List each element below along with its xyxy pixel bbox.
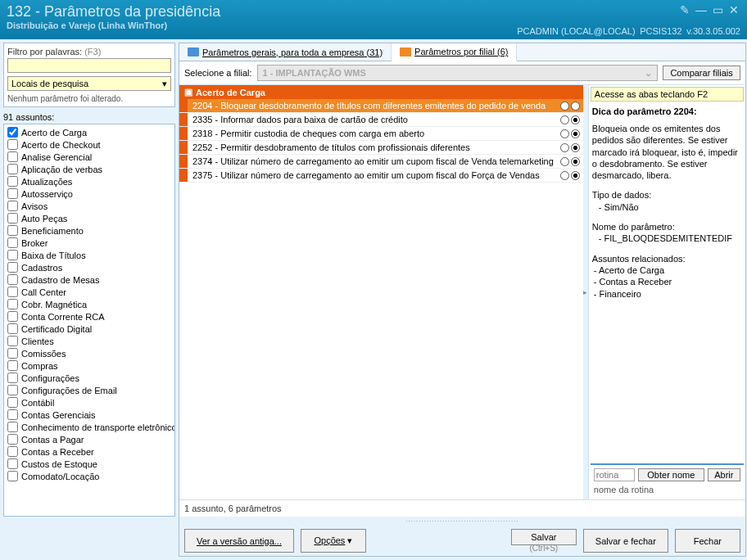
save-close-button[interactable]: Salvar e fechar [583, 529, 668, 553]
subject-item[interactable]: Analise Gerencial [6, 151, 173, 163]
old-version-button[interactable]: Ver a versão antiga... [184, 529, 294, 553]
subject-checkbox[interactable] [7, 225, 18, 236]
param-toggle[interactable] [559, 156, 583, 168]
radio-on[interactable] [571, 171, 580, 180]
subject-checkbox[interactable] [7, 237, 18, 248]
subject-checkbox[interactable] [7, 188, 18, 199]
subject-item[interactable]: Beneficiamento [6, 224, 173, 237]
param-row[interactable]: 2374 - Utilizar número de carregamento a… [179, 155, 583, 169]
close-button[interactable]: Fechar [675, 529, 740, 553]
subject-checkbox[interactable] [7, 127, 18, 138]
param-row[interactable]: 2204 - Bloquear desdobramento de títulos… [179, 99, 583, 113]
open-routine-button[interactable]: Abrir [708, 468, 740, 481]
subject-item[interactable]: Certificado Digital [6, 323, 173, 335]
subject-checkbox[interactable] [7, 151, 18, 162]
subject-item[interactable]: Cobr. Magnética [6, 298, 173, 310]
subject-item[interactable]: Configurações de Email [6, 384, 173, 396]
subject-item[interactable]: Cadastros [6, 261, 173, 273]
subject-checkbox[interactable] [7, 250, 18, 260]
subject-item[interactable]: Auto Peças [6, 212, 173, 224]
subject-checkbox[interactable] [7, 360, 18, 371]
subject-checkbox[interactable] [7, 409, 18, 420]
radio-off[interactable] [560, 115, 569, 124]
subject-item[interactable]: Autosserviço [6, 187, 173, 200]
subject-item[interactable]: Comissões [6, 347, 173, 359]
subject-item[interactable]: Avisos [6, 200, 173, 212]
subject-item[interactable]: Conta Corrente RCA [6, 310, 173, 323]
subject-checkbox[interactable] [7, 164, 18, 174]
subject-item[interactable]: Conhecimento de transporte eletrônico [6, 421, 173, 433]
subject-checkbox[interactable] [7, 299, 18, 309]
routine-input[interactable] [594, 468, 635, 481]
subject-item[interactable]: Clientes [6, 335, 173, 347]
subject-checkbox[interactable] [7, 446, 18, 457]
param-row[interactable]: 2318 - Permitir custodia de cheques com … [179, 127, 583, 141]
subject-item[interactable]: Configurações [6, 372, 173, 384]
param-toggle[interactable] [559, 142, 583, 154]
subject-checkbox[interactable] [7, 422, 18, 432]
subject-item[interactable]: Baixa de Títulos [6, 249, 173, 261]
subject-checkbox[interactable] [7, 397, 18, 408]
param-toggle[interactable] [559, 128, 583, 140]
param-row[interactable]: 2252 - Permitir desdobramento de títulos… [179, 141, 583, 155]
subject-checkbox[interactable] [7, 176, 18, 187]
subject-checkbox[interactable] [7, 287, 18, 297]
group-header[interactable]: ▣ Acerto de Carga [179, 85, 583, 99]
subject-checkbox[interactable] [7, 139, 18, 150]
subject-item[interactable]: Acerto de Checkout [6, 138, 173, 151]
subject-checkbox[interactable] [7, 348, 18, 359]
subject-checkbox[interactable] [7, 385, 18, 395]
subject-checkbox[interactable] [7, 262, 18, 273]
param-toggle[interactable] [559, 100, 583, 112]
params-list[interactable]: ▣ Acerto de Carga 2204 - Bloquear desdob… [179, 85, 583, 499]
param-toggle[interactable] [559, 114, 583, 126]
tab-branch[interactable]: Parâmetros por filial (6) [392, 43, 517, 61]
collapse-icon[interactable]: ▣ [184, 87, 192, 97]
param-toggle[interactable] [559, 169, 583, 182]
param-row[interactable]: 2375 - Utilizar número de carregamento a… [179, 169, 583, 183]
search-locations-dropdown[interactable]: Locais de pesquisa▾ [7, 76, 171, 91]
subject-item[interactable]: Compras [6, 359, 173, 372]
save-button[interactable]: Salvar [511, 529, 577, 545]
subject-item[interactable]: Contas a Receber [6, 445, 173, 458]
subject-checkbox[interactable] [7, 471, 18, 481]
subject-checkbox[interactable] [7, 458, 18, 469]
radio-off[interactable] [560, 143, 569, 152]
subject-item[interactable]: Cadastro de Mesas [6, 273, 173, 286]
radio-on[interactable] [571, 157, 580, 166]
subject-item[interactable]: Atualizações [6, 175, 173, 187]
subject-checkbox[interactable] [7, 336, 18, 346]
splitter-horizontal[interactable]: ∙∙∙∙∙∙∙∙∙∙∙∙∙∙∙∙∙∙∙∙∙∙∙∙∙∙∙∙∙∙∙∙∙∙∙∙∙∙∙∙… [179, 517, 745, 526]
subject-checkbox[interactable] [7, 434, 18, 445]
tab-general[interactable]: Parâmetros gerais, para toda a empresa (… [179, 43, 392, 61]
subject-item[interactable]: Call Center [6, 286, 173, 298]
close-icon[interactable]: ✕ [727, 3, 740, 16]
options-button[interactable]: Opções ▾ [301, 529, 366, 553]
maximize-icon[interactable]: ▭ [711, 3, 724, 16]
subject-checkbox[interactable] [7, 213, 18, 224]
subject-checkbox[interactable] [7, 201, 18, 211]
filter-input[interactable] [7, 58, 171, 73]
subject-item[interactable]: Contas Gerenciais [6, 409, 173, 421]
subject-item[interactable]: Custos de Estoque [6, 458, 173, 470]
get-name-button[interactable]: Obter nome [638, 468, 704, 481]
subject-checkbox[interactable] [7, 311, 18, 322]
radio-on[interactable] [571, 102, 580, 111]
radio-off[interactable] [560, 129, 569, 138]
subject-checkbox[interactable] [7, 373, 18, 383]
radio-on[interactable] [571, 129, 580, 138]
radio-on[interactable] [571, 115, 580, 124]
radio-on[interactable] [571, 143, 580, 152]
subject-item[interactable]: Comodato/Locação [6, 470, 173, 482]
param-row[interactable]: 2335 - Informar dados para baixa de cart… [179, 113, 583, 127]
minimize-icon[interactable]: ― [695, 3, 708, 16]
radio-off[interactable] [560, 102, 569, 111]
radio-off[interactable] [560, 157, 569, 166]
subject-item[interactable]: Aplicação de verbas [6, 163, 173, 175]
subject-checkbox[interactable] [7, 323, 18, 334]
compare-branches-button[interactable]: Comparar filiais [663, 65, 740, 80]
subject-item[interactable]: Contábil [6, 396, 173, 409]
subjects-list[interactable]: Acerto de CargaAcerto de CheckoutAnalise… [3, 124, 175, 517]
subject-item[interactable]: Broker [6, 237, 173, 249]
subject-item[interactable]: Acerto de Carga [6, 126, 173, 138]
